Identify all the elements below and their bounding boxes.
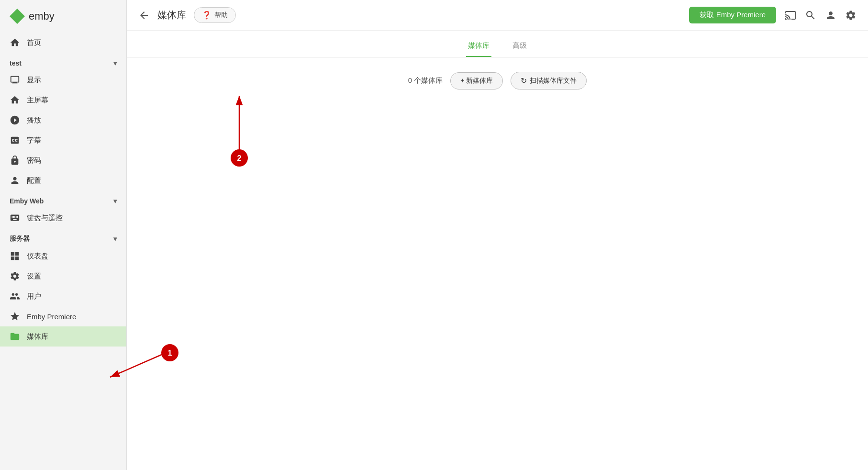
homescreen-icon [10, 95, 20, 105]
sidebar-item-profile[interactable]: 配置 [0, 170, 126, 190]
logo-text: emby [29, 10, 55, 22]
sidebar-item-display[interactable]: 显示 [0, 70, 126, 90]
new-library-button[interactable]: + 新媒体库 [450, 72, 503, 90]
header: 媒体库 ❓ 帮助 获取 Emby Premiere [127, 0, 868, 31]
sidebar-item-keyboard[interactable]: 键盘与遥控 [0, 208, 126, 228]
tab-library[interactable]: 媒体库 [466, 37, 491, 57]
chevron-down-icon: ▾ [113, 59, 117, 67]
sidebar-item-dashboard[interactable]: 仪表盘 [0, 246, 126, 266]
sidebar-item-playback[interactable]: 播放 [0, 110, 126, 130]
lock-icon [10, 155, 20, 166]
user-icon[interactable] [825, 10, 836, 21]
play-circle-icon [10, 115, 20, 125]
help-icon: ❓ [202, 11, 211, 20]
cast-icon[interactable] [785, 10, 796, 21]
sidebar-item-home[interactable]: 首页 [0, 33, 126, 53]
scan-library-label: 扫描媒体库文件 [530, 77, 577, 85]
media-count: 0 个媒体库 [408, 76, 443, 85]
chevron-down-icon-2: ▾ [113, 197, 117, 205]
tab-advanced[interactable]: 高级 [511, 37, 529, 57]
sidebar-playback-label: 播放 [27, 116, 41, 125]
back-button[interactable] [138, 10, 150, 21]
sidebar-subtitles-label: 字幕 [27, 136, 41, 145]
sidebar: emby 首页 test ▾ 显示 主屏幕 [0, 0, 127, 470]
sidebar-dashboard-label: 仪表盘 [27, 252, 48, 261]
sidebar-password-label: 密码 [27, 156, 41, 165]
sidebar-item-premiere[interactable]: Emby Premiere [0, 306, 126, 326]
sidebar-premiere-label: Emby Premiere [27, 313, 76, 321]
sidebar-library-label: 媒体库 [27, 332, 48, 341]
cc-icon [10, 135, 20, 145]
help-button[interactable]: ❓ 帮助 [194, 7, 236, 23]
home-icon [10, 37, 20, 48]
sidebar-item-password[interactable]: 密码 [0, 150, 126, 170]
keyboard-icon [10, 213, 20, 223]
content-area: 0 个媒体库 + 新媒体库 ↻ 扫描媒体库文件 2 [127, 57, 868, 470]
annotations-overlay: 2 [127, 57, 868, 470]
sidebar-settings-label: 设置 [27, 272, 41, 281]
grid-icon [10, 251, 20, 261]
header-left: 媒体库 ❓ 帮助 [138, 7, 236, 23]
scan-library-button[interactable]: ↻ 扫描媒体库文件 [511, 72, 587, 90]
sidebar-profile-label: 配置 [27, 176, 41, 185]
sidebar-item-subtitles[interactable]: 字幕 [0, 130, 126, 150]
sidebar-section-server: 服务器 ▾ [0, 228, 126, 246]
premiere-button[interactable]: 获取 Emby Premiere [689, 7, 776, 23]
sidebar-item-users[interactable]: 用户 [0, 286, 126, 306]
main-content: 媒体库 ❓ 帮助 获取 Emby Premiere 媒体库 [127, 0, 868, 470]
sidebar-section-embyweb: Emby Web ▾ [0, 190, 126, 208]
sidebar-item-homescreen[interactable]: 主屏幕 [0, 90, 126, 110]
person-icon [10, 175, 20, 186]
sidebar-navigation: 首页 test ▾ 显示 主屏幕 播放 [0, 33, 126, 470]
monitor-icon [10, 75, 20, 85]
logo-icon [10, 9, 25, 24]
search-icon[interactable] [805, 10, 816, 21]
people-icon [10, 291, 20, 302]
help-label: 帮助 [214, 11, 228, 20]
star-icon [10, 311, 20, 322]
sidebar-users-label: 用户 [27, 292, 41, 301]
annotation-number-2: 2 [237, 154, 242, 162]
folder-icon [10, 331, 20, 342]
header-right: 获取 Emby Premiere [689, 7, 857, 23]
gear-icon [10, 271, 20, 281]
content-toolbar: 0 个媒体库 + 新媒体库 ↻ 扫描媒体库文件 [146, 72, 849, 90]
sidebar-home-label: 首页 [27, 38, 41, 47]
chevron-down-icon-3: ▾ [113, 235, 117, 243]
page-title: 媒体库 [157, 9, 186, 22]
svg-point-2 [231, 149, 248, 167]
sidebar-homescreen-label: 主屏幕 [27, 96, 48, 105]
logo[interactable]: emby [0, 0, 126, 33]
sidebar-item-settings[interactable]: 设置 [0, 266, 126, 286]
sidebar-keyboard-label: 键盘与遥控 [27, 213, 63, 223]
tabs: 媒体库 高级 [127, 31, 868, 57]
sidebar-section-test: test ▾ [0, 53, 126, 70]
refresh-icon: ↻ [521, 76, 527, 85]
sidebar-display-label: 显示 [27, 76, 41, 85]
settings-icon[interactable] [845, 10, 857, 21]
sidebar-item-library[interactable]: 媒体库 [0, 326, 126, 347]
